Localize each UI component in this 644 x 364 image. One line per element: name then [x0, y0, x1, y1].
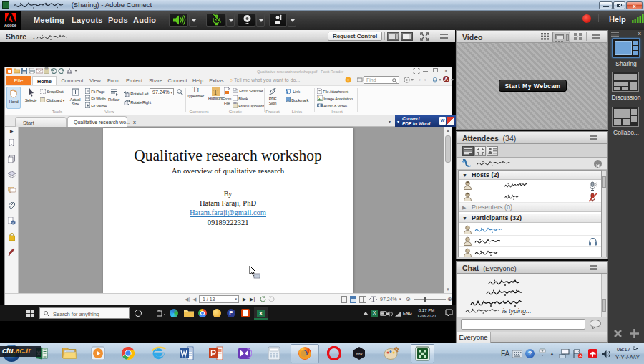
svg-text:nox: nox [356, 352, 363, 356]
